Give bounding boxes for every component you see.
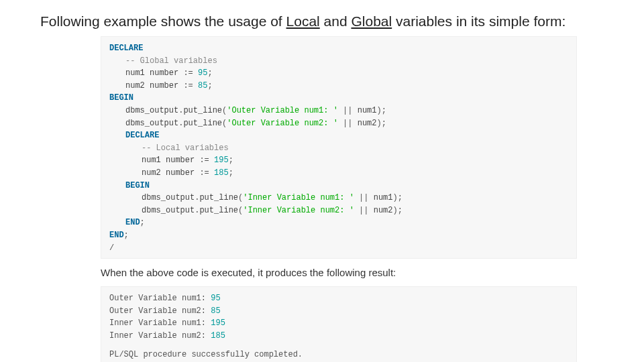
out-label: Outer Variable num2: bbox=[109, 306, 211, 316]
sp bbox=[193, 81, 198, 90]
id: dbms_output bbox=[142, 206, 195, 215]
op: := bbox=[183, 81, 193, 90]
id: num2 bbox=[374, 206, 393, 215]
com: variables bbox=[180, 143, 229, 153]
com: Local bbox=[156, 143, 180, 153]
id: dbms_output bbox=[125, 119, 178, 128]
decl: num2 number bbox=[125, 81, 183, 90]
title-global: Global bbox=[351, 13, 392, 29]
op: || bbox=[338, 119, 358, 128]
kw-end: END bbox=[125, 218, 140, 227]
num: 95 bbox=[198, 68, 207, 78]
op: || bbox=[354, 193, 374, 202]
sp bbox=[193, 68, 198, 78]
pun: ; bbox=[229, 156, 233, 165]
out-value: 85 bbox=[211, 306, 220, 316]
id: num1 bbox=[358, 106, 377, 115]
num: 185 bbox=[214, 168, 229, 178]
num: 85 bbox=[198, 81, 207, 90]
id: num1 bbox=[374, 193, 393, 202]
str: 'Inner Variable num1: ' bbox=[243, 193, 354, 202]
id: put_line bbox=[199, 193, 238, 202]
str: 'Outer Variable num1: ' bbox=[227, 106, 338, 115]
out-value: 185 bbox=[211, 331, 225, 341]
pun: ); bbox=[393, 206, 402, 215]
kw-begin: BEGIN bbox=[109, 93, 133, 103]
title-post: variables in its simple form: bbox=[392, 13, 566, 29]
pun: ); bbox=[393, 193, 402, 202]
com: Global bbox=[140, 56, 169, 66]
pun: ); bbox=[377, 106, 386, 115]
pun: ; bbox=[207, 68, 212, 78]
kw-declare: DECLARE bbox=[109, 44, 143, 53]
sp bbox=[209, 156, 214, 165]
pun: ); bbox=[377, 119, 386, 128]
kw-end: END bbox=[109, 231, 124, 240]
result-intro: When the above code is executed, it prod… bbox=[101, 267, 577, 278]
op: || bbox=[338, 106, 358, 115]
slash: / bbox=[109, 243, 114, 253]
pun: ; bbox=[140, 218, 145, 227]
pun: ; bbox=[229, 168, 233, 178]
out-label: Inner Variable num2: bbox=[109, 331, 211, 341]
out-label: Inner Variable num1: bbox=[109, 318, 211, 328]
op: := bbox=[199, 156, 209, 165]
id: num2 bbox=[358, 119, 377, 128]
str: 'Outer Variable num2: ' bbox=[227, 119, 338, 128]
title-and: and bbox=[320, 13, 352, 29]
decl: num1 number bbox=[142, 156, 199, 165]
op: := bbox=[183, 68, 193, 78]
id: put_line bbox=[199, 206, 238, 215]
pun: ; bbox=[207, 81, 212, 90]
id: put_line bbox=[183, 106, 222, 115]
com: variables bbox=[169, 56, 217, 66]
out-value: 195 bbox=[211, 318, 225, 328]
output-block: Outer Variable num1: 95 Outer Variable n… bbox=[101, 286, 577, 362]
title-local: Local bbox=[286, 13, 320, 29]
title-pre: Following example shows the usage of bbox=[40, 13, 286, 29]
id: dbms_output bbox=[142, 193, 195, 202]
kw-begin: BEGIN bbox=[125, 181, 150, 190]
com: -- bbox=[125, 56, 140, 66]
num: 195 bbox=[214, 156, 229, 165]
slide-title: Following example shows the usage of Loc… bbox=[40, 13, 644, 29]
op: || bbox=[354, 206, 374, 215]
com: -- bbox=[142, 143, 156, 153]
id: dbms_output bbox=[125, 106, 178, 115]
id: put_line bbox=[183, 119, 222, 128]
out-label: Outer Variable num1: bbox=[109, 294, 211, 303]
decl: num2 number bbox=[142, 168, 199, 178]
code-block: DECLARE -- Global variables num1 number … bbox=[101, 36, 577, 259]
op: := bbox=[199, 168, 209, 178]
out-success: PL/SQL procedure successfully completed. bbox=[109, 350, 303, 359]
decl: num1 number bbox=[125, 68, 183, 78]
str: 'Inner Variable num2: ' bbox=[243, 206, 354, 215]
out-value: 95 bbox=[211, 294, 220, 303]
sp bbox=[209, 168, 214, 178]
kw-declare: DECLARE bbox=[125, 131, 159, 140]
pun: ; bbox=[124, 231, 129, 240]
